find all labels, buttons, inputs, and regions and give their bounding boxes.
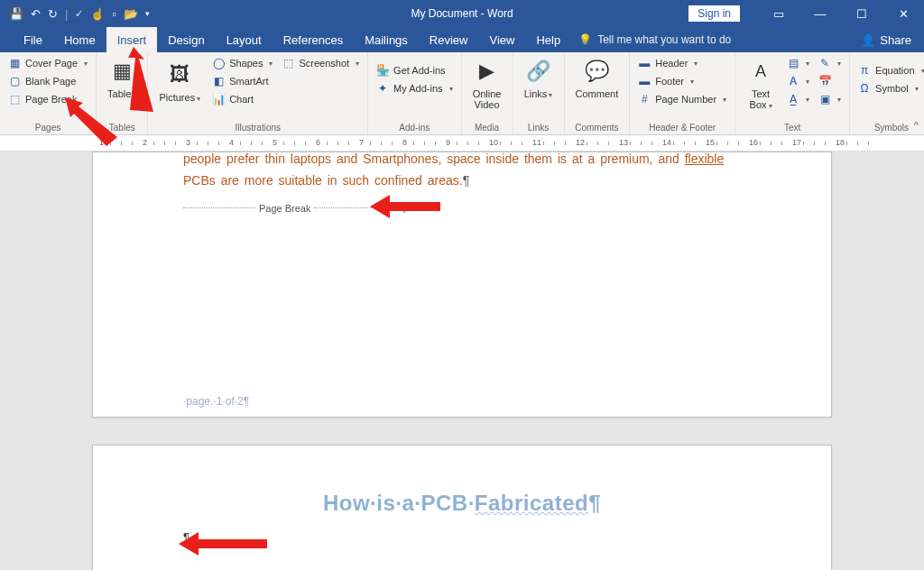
links-button[interactable]: 🔗 Links▾ xyxy=(519,55,559,101)
shapes-button[interactable]: ◯Shapes▾ xyxy=(209,55,275,71)
header-button[interactable]: ▬Header▾ xyxy=(635,55,729,71)
wordart-icon: A xyxy=(787,75,799,87)
object-button[interactable]: ▣▾ xyxy=(816,91,844,107)
qat-sep: | xyxy=(65,7,68,21)
collapse-ribbon-icon[interactable]: ^ xyxy=(914,120,919,131)
group-comments-label: Comments xyxy=(570,123,624,134)
tell-me-search[interactable]: 💡 Tell me what you want to do xyxy=(578,33,731,46)
open-icon[interactable]: 📂 xyxy=(124,7,138,21)
title-bar: 💾 ↶ ↻ | ✓ ☝ ▫ 📂 ▾ My Document - Word Sig… xyxy=(0,0,924,27)
screenshot-icon: ⬚ xyxy=(282,57,294,69)
get-addins-button[interactable]: 🏪Get Add-ins xyxy=(374,62,455,78)
page-break-marker[interactable]: Page Break ¶ xyxy=(183,203,741,214)
quick-access-toolbar: 💾 ↶ ↻ | ✓ ☝ ▫ 📂 ▾ xyxy=(0,7,159,21)
annotation-arrow-4 xyxy=(179,530,269,557)
new-doc-icon[interactable]: ▫ xyxy=(112,7,116,21)
group-header-footer: ▬Header▾ ▬Footer▾ #Page Number▾ Header &… xyxy=(630,52,735,134)
footer-button[interactable]: ▬Footer▾ xyxy=(635,73,729,89)
comment-button[interactable]: 💬 Comment xyxy=(570,55,624,101)
tab-home[interactable]: Home xyxy=(53,27,106,52)
quickparts-icon: ▤ xyxy=(787,57,799,69)
svg-marker-0 xyxy=(128,47,153,112)
title-right: Sign in ▭ — ☐ ✕ xyxy=(688,0,924,27)
comment-icon: 💬 xyxy=(582,57,611,86)
undo-icon[interactable]: ↶ xyxy=(31,7,41,21)
blank-page-button[interactable]: ▢Blank Page xyxy=(5,73,90,89)
header-icon: ▬ xyxy=(638,57,651,69)
close-button[interactable]: ✕ xyxy=(882,0,924,27)
annotation-arrow-2 xyxy=(65,97,128,152)
group-illustrations: 🖼 Pictures▾ ◯Shapes▾ ◧SmartArt 📊Chart ⬚S… xyxy=(148,52,368,134)
footer-icon: ▬ xyxy=(638,75,651,87)
document-area[interactable]: people prefer thin laptops and Smartphon… xyxy=(0,152,924,570)
group-addins: 🏪Get Add-ins ✦My Add-ins▾ Add-ins xyxy=(368,52,461,134)
datetime-button[interactable]: 📅 xyxy=(816,73,844,89)
cover-page-button[interactable]: ▦Cover Page▾ xyxy=(5,55,90,71)
symbol-button[interactable]: ΩSymbol▾ xyxy=(855,80,924,97)
redo-icon[interactable]: ↻ xyxy=(48,7,58,21)
my-addins-button[interactable]: ✦My Add-ins▾ xyxy=(374,80,455,97)
online-video-button[interactable]: ▶ Online Video xyxy=(467,55,507,112)
group-media: ▶ Online Video Media xyxy=(462,52,513,134)
equation-icon: π xyxy=(858,64,871,77)
group-symbols: πEquation▾ ΩSymbol▾ Symbols xyxy=(850,52,924,134)
minimize-button[interactable]: — xyxy=(799,0,841,27)
quick-parts-button[interactable]: ▤▾ xyxy=(784,55,812,71)
textbox-icon: A xyxy=(746,57,775,86)
qat-more-icon[interactable]: ▾ xyxy=(145,9,150,18)
smartart-icon: ◧ xyxy=(212,75,225,87)
maximize-button[interactable]: ☐ xyxy=(841,0,882,27)
share-icon: 👤 xyxy=(861,33,875,47)
text-box-button[interactable]: A Text Box▾ xyxy=(741,55,781,113)
tab-help[interactable]: Help xyxy=(525,27,571,52)
group-illustrations-label: Illustrations xyxy=(153,123,362,134)
tab-view[interactable]: View xyxy=(478,27,525,52)
heading-fabricated[interactable]: How·is·a·PCB·Fabricated¶ xyxy=(93,446,831,516)
svg-marker-3 xyxy=(179,532,267,556)
svg-marker-2 xyxy=(370,195,440,218)
body-text[interactable]: people prefer thin laptops and Smartphon… xyxy=(93,152,831,192)
wordart-button[interactable]: A▾ xyxy=(784,73,812,89)
cover-page-icon: ▦ xyxy=(8,57,21,69)
chart-icon: 📊 xyxy=(212,93,225,106)
symbol-icon: Ω xyxy=(858,82,871,95)
tab-file[interactable]: File xyxy=(13,27,53,52)
group-text-label: Text xyxy=(741,123,844,134)
tab-references[interactable]: References xyxy=(273,27,354,52)
page-number-button[interactable]: #Page Number▾ xyxy=(635,91,729,107)
screenshot-button[interactable]: ⬚Screenshot▾ xyxy=(279,55,362,71)
spellcheck-icon[interactable]: ✓ xyxy=(75,8,83,20)
horizontal-ruler[interactable]: 123456789101112131415161718 xyxy=(0,135,924,152)
svg-marker-1 xyxy=(65,97,117,146)
save-icon[interactable]: 💾 xyxy=(9,7,23,21)
tab-layout[interactable]: Layout xyxy=(216,27,273,52)
group-comments: 💬 Comment Comments xyxy=(565,52,631,134)
smartart-button[interactable]: ◧SmartArt xyxy=(209,73,275,89)
touch-icon[interactable]: ☝ xyxy=(90,7,105,21)
store-icon: 🏪 xyxy=(376,64,389,77)
page-footer[interactable]: ·page.·1·of·2¶ xyxy=(183,395,249,408)
equation-button[interactable]: πEquation▾ xyxy=(855,62,924,78)
signature-button[interactable]: ✎▾ xyxy=(816,55,844,71)
share-button[interactable]: 👤 Share xyxy=(861,33,911,47)
group-media-label: Media xyxy=(467,123,507,134)
page-break-icon: ⬚ xyxy=(8,93,21,106)
shapes-icon: ◯ xyxy=(212,57,225,69)
tab-mailings[interactable]: Mailings xyxy=(354,27,419,52)
signature-icon: ✎ xyxy=(818,57,831,69)
group-links: 🔗 Links▾ Links xyxy=(513,52,565,134)
chart-button[interactable]: 📊Chart xyxy=(209,91,275,107)
tab-review[interactable]: Review xyxy=(419,27,479,52)
group-links-label: Links xyxy=(519,123,559,134)
pagenum-icon: # xyxy=(638,93,651,106)
drop-cap-button[interactable]: A̲▾ xyxy=(784,91,812,107)
page-1[interactable]: people prefer thin laptops and Smartphon… xyxy=(92,152,832,418)
dropcap-icon: A̲ xyxy=(787,93,799,106)
blank-page-icon: ▢ xyxy=(8,75,21,87)
ribbon-display-icon[interactable]: ▭ xyxy=(758,0,799,27)
group-hf-label: Header & Footer xyxy=(635,123,729,134)
window-title: My Document - Word xyxy=(411,7,513,20)
sign-in-button[interactable]: Sign in xyxy=(688,5,740,22)
group-text: A Text Box▾ ▤▾ A▾ A̲▾ ✎▾ 📅 ▣▾ Text xyxy=(735,52,850,134)
link-icon: 🔗 xyxy=(524,57,553,86)
